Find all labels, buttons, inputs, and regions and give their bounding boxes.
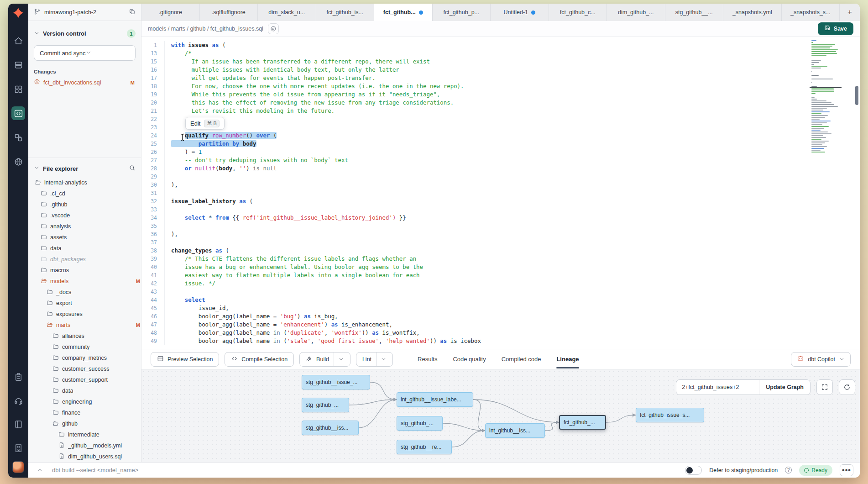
copy-icon[interactable] [129, 8, 136, 16]
tree-item-assets[interactable]: assets [28, 232, 141, 243]
tab-dim_github_[interactable]: dim_github_... [607, 4, 665, 21]
panel-tab-lineage[interactable]: Lineage [556, 350, 579, 368]
search-icon[interactable] [129, 164, 136, 173]
code-line-1[interactable]: 1with issues as ( [141, 41, 823, 49]
building-icon[interactable] [11, 441, 25, 455]
tree-item-engineering[interactable]: engineering [28, 396, 141, 407]
code-editor[interactable]: 1with issues as (13 /*15 If an issue has… [141, 37, 860, 349]
code-line-21[interactable]: 21 Let's revisit this modeling in the fu… [141, 107, 823, 115]
code-line-20[interactable]: 20 this has the effect of removing the n… [141, 99, 823, 107]
home-icon[interactable] [11, 34, 25, 47]
commit-and-sync-button[interactable]: Commit and sync [34, 45, 136, 61]
tree-item-_docs[interactable]: _docs [28, 287, 141, 298]
code-line-37[interactable]: 37 [141, 238, 823, 247]
refresh-graph-button[interactable] [839, 379, 855, 395]
tree-item-community[interactable]: community [28, 342, 141, 352]
code-line-24[interactable]: 24 qualify row_number() over ( [141, 132, 823, 140]
code-line-30[interactable]: 30), [141, 181, 823, 189]
code-line-35[interactable]: 35 [141, 222, 823, 230]
code-line-33[interactable]: 33 [141, 205, 823, 214]
tree-item-analysis[interactable]: analysis [28, 221, 141, 232]
chevron-down-icon[interactable] [376, 352, 387, 366]
code-line-48[interactable]: 48 boolor_agg(label_name in ('duplicate'… [141, 329, 823, 337]
code-line-41[interactable]: 41 easiest way to flatten multiple label… [141, 271, 823, 279]
tree-item-.ci_cd[interactable]: .ci_cd [28, 188, 141, 199]
code-line-43[interactable]: 43 [141, 288, 823, 296]
code-line-22[interactable]: 22 [141, 115, 823, 123]
code-line-16[interactable]: 16 multiple issues with identical body t… [141, 66, 823, 74]
tree-item-export[interactable]: export [28, 298, 141, 309]
code-line-13[interactable]: 13 /* [141, 49, 823, 58]
lineage-node-n9[interactable]: fct_github_issue_s... [636, 408, 704, 422]
tab-dim_slack_u[interactable]: dim_slack_u... [258, 4, 316, 21]
code-line-17[interactable]: 17 will get updates for events that happ… [141, 74, 823, 82]
code-line-40[interactable]: 40 issue has a bug or enhancement label.… [141, 263, 823, 271]
command-input[interactable]: dbt build --select <model_name> [52, 467, 678, 473]
tab-stg_github__[interactable]: stg_github__... [665, 4, 724, 21]
tab-gitignore[interactable]: .gitignore [141, 4, 200, 21]
tab-_snapshots_s[interactable]: _snapshots_s... [782, 4, 840, 21]
save-button[interactable]: Save [818, 22, 853, 35]
version-control-header[interactable]: Version control 1 [34, 29, 136, 38]
panel-tab-results[interactable]: Results [418, 350, 437, 368]
code-line-25[interactable]: 25 partition by body [141, 140, 823, 148]
code-line-28[interactable]: 28 or nullif(body, '') is null [141, 164, 823, 173]
compile-selection-button[interactable]: Compile Selection [225, 352, 294, 367]
lineage-node-n1[interactable]: stg_github__issue_... [302, 375, 370, 389]
tree-item-internal-analytics[interactable]: internal-analytics [28, 177, 141, 188]
code-line-36[interactable]: 36), [141, 230, 823, 238]
grid-icon[interactable] [11, 82, 25, 96]
compare-icon[interactable] [11, 131, 25, 144]
lineage-node-n8[interactable]: fct_github_... [559, 415, 606, 430]
lineage-selector-input[interactable]: 2+fct_github_issues+2 [676, 380, 759, 395]
tree-item-customer_success[interactable]: customer_success [28, 363, 141, 374]
code-line-26[interactable]: 26 ) = 1 [141, 148, 823, 156]
lineage-node-n4[interactable]: int_github__issue_labe... [397, 392, 473, 407]
code-line-34[interactable]: 34 select * from {{ ref('int_github__iss… [141, 214, 823, 222]
drawers-icon[interactable] [11, 58, 25, 72]
tree-item-exposures[interactable]: exposures [28, 309, 141, 320]
tree-item-.vscode[interactable]: .vscode [28, 210, 141, 221]
clipboard-icon[interactable] [11, 370, 25, 384]
copilot-badge-icon[interactable] [268, 23, 279, 34]
book-icon[interactable] [11, 417, 25, 431]
editor-scrollbar[interactable] [855, 86, 858, 105]
lineage-node-n2[interactable]: stg_github_... [302, 398, 349, 412]
tree-item-_github__models.yml[interactable]: _github__models.yml [28, 440, 141, 451]
tab-fct_github_c[interactable]: fct_github_c... [549, 4, 607, 21]
code-line-27[interactable]: 27 -- don't try deduping issues with no … [141, 156, 823, 164]
tree-item-github[interactable]: github [28, 418, 141, 429]
tree-item-company_metrics[interactable]: company_metrics [28, 352, 141, 363]
code-line-19[interactable]: 19 While this prevents the old issue fro… [141, 90, 823, 99]
update-graph-button[interactable]: Update Graph [759, 380, 810, 395]
tree-item-finance[interactable]: finance [28, 407, 141, 418]
defer-toggle[interactable] [685, 466, 702, 475]
help-icon[interactable]: ? [785, 467, 792, 473]
minimap[interactable] [811, 40, 840, 153]
tab-fct_github_p[interactable]: fct_github_p... [433, 4, 491, 21]
tree-item-.github[interactable]: .github [28, 199, 141, 210]
tree-item-alliances[interactable]: alliances [28, 331, 141, 342]
code-line-47[interactable]: 47 boolor_agg(label_name = 'enhancement'… [141, 321, 823, 329]
lineage-node-n7[interactable]: int_github__iss... [485, 423, 545, 438]
code-line-44[interactable]: 44 select [141, 296, 823, 304]
code-line-23[interactable]: 23 [141, 123, 823, 132]
edit-popup[interactable]: Edit ⌘ B [185, 117, 225, 130]
code-line-49[interactable]: 49 boolor_agg(label_name in ('stale', 'g… [141, 337, 823, 345]
lineage-node-n6[interactable]: stg_github__re... [397, 440, 452, 454]
panel-tab-code-quality[interactable]: Code quality [453, 350, 486, 368]
tab-fct_github[interactable]: fct_github... [374, 4, 433, 21]
code-line-31[interactable]: 31 [141, 189, 823, 197]
headset-icon[interactable] [11, 394, 25, 407]
globe-icon[interactable] [11, 155, 25, 168]
tab-_snapshotsyml[interactable]: _snapshots.yml [723, 4, 782, 21]
tree-item-data[interactable]: data [28, 385, 141, 396]
fullscreen-button[interactable] [816, 379, 833, 395]
tree-item-macros[interactable]: macros [28, 265, 141, 276]
code-line-15[interactable]: 15 If an issue has been transferred to a… [141, 58, 823, 66]
chevron-down-icon[interactable] [334, 352, 344, 366]
user-avatar[interactable] [12, 461, 24, 473]
preview-selection-button[interactable]: Preview Selection [151, 352, 219, 367]
panel-tab-compiled-code[interactable]: Compiled code [502, 350, 541, 368]
lineage-node-n5[interactable]: stg_github_... [397, 416, 443, 431]
